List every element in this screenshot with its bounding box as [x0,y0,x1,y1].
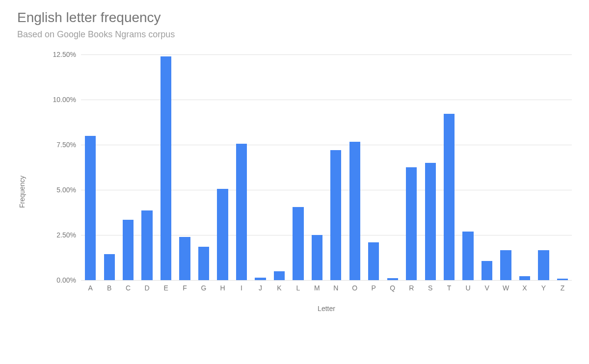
x-tick-label: L [289,280,307,292]
x-tick-label: M [308,280,326,292]
bars-group [81,54,572,280]
chart-title: English letter frequency [17,10,572,26]
bar [444,114,455,280]
bar-slot [346,54,364,280]
bar-slot [478,54,496,280]
y-tick-label: 7.50% [56,141,81,149]
bar-slot [100,54,118,280]
x-tick-label: C [119,280,137,292]
chart-container: English letter frequency Based on Google… [17,10,572,329]
x-tick-label: Q [383,280,402,292]
x-tick-label: I [232,280,251,292]
x-axis-label: Letter [81,305,572,312]
bar-slot [81,54,100,280]
x-tick-label: X [515,280,534,292]
bar-slot [251,54,269,280]
y-tick-label: 5.00% [56,186,81,194]
x-axis: ABCDEFGHIJKLMNOPQRSTUVWXYZ [81,280,572,292]
bar-slot [308,54,326,280]
bar-slot [402,54,421,280]
x-tick-label: F [175,280,194,292]
bar [198,247,209,280]
y-axis-label: Frequency [18,176,26,208]
bar-slot [553,54,572,280]
bar [104,254,115,280]
bar [85,136,96,280]
x-tick-label: H [213,280,232,292]
x-tick-label: U [458,280,477,292]
plot-area: Frequency 0.00%2.50%5.00%7.50%10.00%12.5… [27,54,572,329]
bar-slot [270,54,289,280]
x-tick-label: B [100,280,118,292]
x-tick-label: N [326,280,345,292]
bar [519,276,530,280]
bar [179,237,190,280]
x-tick-label: G [194,280,213,292]
x-tick-label: O [346,280,364,292]
chart-subtitle: Based on Google Books Ngrams corpus [17,29,572,40]
bar-slot [534,54,553,280]
bar [161,56,171,280]
x-tick-label: E [157,280,175,292]
bar [123,220,134,280]
bar [538,250,549,280]
x-tick-label: Z [553,280,572,292]
bar-slot [119,54,137,280]
bar [141,210,152,280]
x-tick-label: R [402,280,421,292]
y-tick-label: 2.50% [56,231,81,239]
bar [217,189,228,280]
bar [462,232,473,280]
bar [500,250,511,280]
x-tick-label: K [270,280,289,292]
x-tick-label: P [364,280,383,292]
bar [312,235,322,280]
bar-slot [175,54,194,280]
bar [349,142,360,280]
bar-slot [137,54,156,280]
bar-slot [440,54,458,280]
x-tick-label: Y [534,280,553,292]
bar [425,163,436,280]
bar-slot [194,54,213,280]
bar-slot [383,54,402,280]
bar-slot [364,54,383,280]
bar [368,242,379,280]
x-tick-label: A [81,280,100,292]
bar-slot [458,54,477,280]
bar-slot [515,54,534,280]
bar-slot [326,54,345,280]
bar [236,144,247,280]
bar [293,207,303,280]
bar-slot [157,54,175,280]
bar [274,271,285,280]
x-tick-label: S [421,280,439,292]
bar [330,150,341,280]
x-tick-label: T [440,280,458,292]
y-tick-label: 10.00% [53,96,81,104]
x-tick-label: D [137,280,156,292]
bar [482,261,492,280]
bar-slot [421,54,439,280]
y-tick-label: 12.50% [53,51,81,58]
x-tick-label: W [496,280,515,292]
bar [406,167,417,280]
y-tick-label: 0.00% [56,276,81,284]
bar-slot [232,54,251,280]
x-tick-label: V [478,280,496,292]
x-tick-label: J [251,280,269,292]
bar-slot [213,54,232,280]
bar-slot [496,54,515,280]
bar-slot [289,54,307,280]
plot-inner: 0.00%2.50%5.00%7.50%10.00%12.50% [81,54,572,280]
